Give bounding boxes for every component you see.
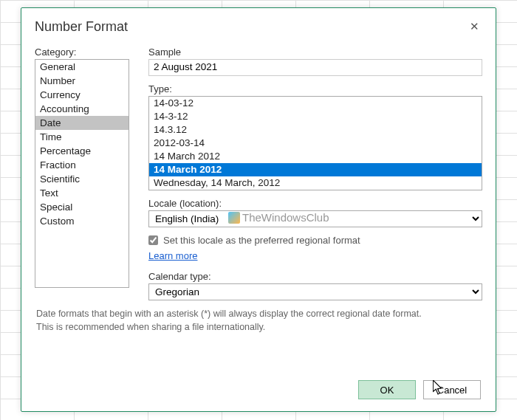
calendar-label: Calendar type:	[148, 271, 482, 282]
sample-label: Sample	[148, 47, 482, 58]
learn-more-link[interactable]: Learn more	[148, 250, 197, 261]
category-listbox[interactable]: GeneralNumberCurrencyAccountingDateTimeP…	[35, 59, 129, 288]
type-item[interactable]: Wednesday, 14 March, 2012	[149, 176, 482, 190]
category-item[interactable]: General	[35, 60, 129, 74]
close-icon[interactable]: ✕	[467, 18, 482, 35]
type-item[interactable]: 14 March 2012	[149, 163, 482, 176]
number-format-dialog: Number Format ✕ Category: GeneralNumberC…	[21, 7, 496, 412]
category-item[interactable]: Time	[35, 130, 129, 144]
category-item[interactable]: Text	[35, 186, 129, 200]
type-item[interactable]: 14-3-12	[149, 110, 482, 123]
ok-button[interactable]: OK	[358, 380, 416, 399]
preferred-locale-checkbox[interactable]	[148, 235, 158, 245]
titlebar: Number Format ✕	[21, 8, 496, 38]
locale-checkbox-row[interactable]: Set this locale as the preferred regiona…	[148, 235, 482, 246]
footer-description: Date formats that begin with an asterisk…	[21, 303, 496, 338]
category-item[interactable]: Currency	[35, 88, 129, 102]
category-item[interactable]: Fraction	[35, 158, 129, 172]
type-item[interactable]: 2012-03-14	[149, 137, 482, 150]
calendar-select[interactable]: Gregorian	[148, 283, 482, 300]
type-listbox[interactable]: 14-03-1214-3-1214.3.122012-03-1414 March…	[148, 96, 482, 190]
category-label: Category:	[35, 47, 129, 58]
category-item[interactable]: Custom	[35, 214, 129, 228]
type-label: Type:	[148, 83, 482, 94]
type-item[interactable]: 14.3.12	[149, 123, 482, 137]
type-item[interactable]: 14 March 2012	[149, 150, 482, 163]
type-item[interactable]: 14-03-12	[149, 97, 482, 110]
checkbox-label: Set this locale as the preferred regiona…	[163, 235, 360, 246]
dialog-title: Number Format	[35, 19, 128, 35]
category-item[interactable]: Date	[35, 116, 129, 130]
category-item[interactable]: Accounting	[35, 102, 129, 116]
category-item[interactable]: Number	[35, 74, 129, 88]
watermark: TheWindowsClub	[228, 211, 329, 224]
category-item[interactable]: Percentage	[35, 144, 129, 158]
category-item[interactable]: Special	[35, 200, 129, 214]
sample-value: 2 August 2021	[148, 59, 482, 76]
category-item[interactable]: Scientific	[35, 172, 129, 186]
locale-label: Locale (location):	[148, 198, 482, 209]
cancel-button[interactable]: Cancel	[423, 380, 481, 399]
